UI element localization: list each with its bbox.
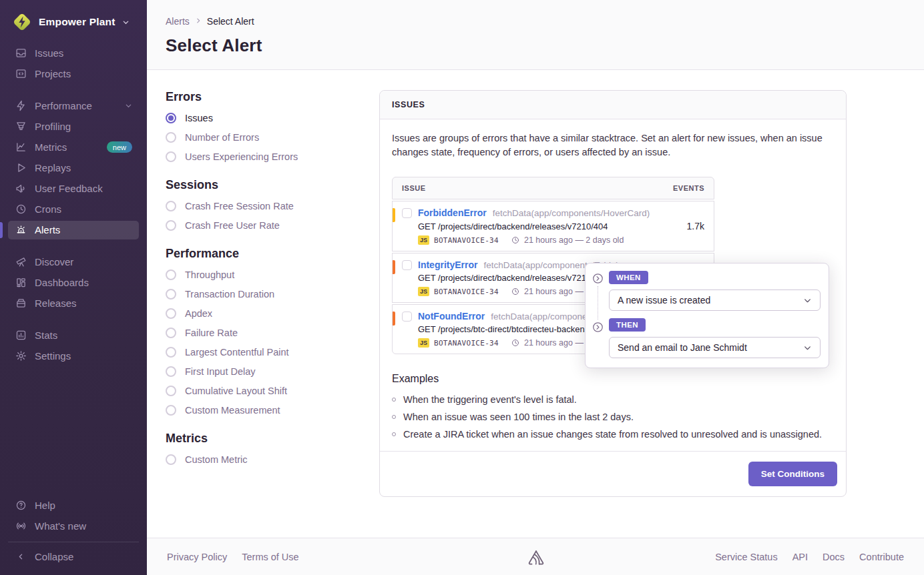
radio-label: Number of Errors [185,132,259,143]
when-select[interactable]: A new issue is created [609,290,821,311]
sidebar-item-user-feedback[interactable]: User Feedback [8,179,139,198]
radio-number-of-errors[interactable]: Number of Errors [166,132,379,143]
sidebar-item-label: What's new [35,520,86,532]
radio-custom-measurement[interactable]: Custom Measurement [166,405,379,416]
radio-apdex[interactable]: Apdex [166,308,379,319]
issue-project-id: BOTANAVOICE-34 [434,339,499,348]
help-icon [15,500,27,511]
sidebar-item-label: Crons [35,203,61,215]
dotted-connector [598,286,598,320]
clock-icon [511,236,519,244]
radio-label: Users Experiencing Errors [185,151,298,162]
sidebar-item-releases[interactable]: Releases [8,294,139,313]
sidebar-item-whats-new[interactable]: What's new [8,517,139,536]
radio-crash-free-user-rate[interactable]: Crash Free User Rate [166,220,379,231]
then-select-value: Send an email to Jane Schmidt [618,342,747,353]
sidebar-item-dashboards[interactable]: Dashboards [8,273,139,292]
siren-icon [15,224,27,235]
sidebar-bottom: Help What's new Collapse [0,495,147,567]
sidebar-item-profiling[interactable]: Profiling [8,117,139,136]
contribute-link[interactable]: Contribute [859,552,904,562]
privacy-policy-link[interactable]: Privacy Policy [167,552,227,562]
nav-group-explore: Discover Dashboards Releases [0,251,147,314]
issue-title-link[interactable]: ForbiddenError [418,207,487,218]
radio-label: Throughput [185,269,234,280]
chevron-down-icon [803,344,812,352]
issue-title-link[interactable]: NotFoundError [418,311,485,322]
severity-bar [392,260,395,274]
section-performance: Performance Throughput Transaction Durat… [166,247,379,416]
page-footer: Privacy Policy Terms of Use Service Stat… [147,538,924,575]
sidebar-item-crons[interactable]: Crons [8,200,139,219]
gear-icon [15,350,27,362]
severity-bar [392,208,395,222]
sidebar-item-alerts[interactable]: Alerts [8,221,139,239]
service-status-link[interactable]: Service Status [715,552,778,562]
example-item: When an issue was seen 100 times in the … [392,412,834,422]
section-heading: Sessions [166,178,379,192]
issue-row[interactable]: ForbiddenError fetchData(app/components/… [392,201,714,251]
metrics-icon [15,141,27,153]
sidebar-item-label: Settings [35,350,71,362]
condition-popup: WHEN A new issue is created THEN Send an… [585,263,829,368]
issue-title-link[interactable]: IntegrityError [418,259,477,270]
radio-icon [166,308,176,319]
sidebar-item-projects[interactable]: Projects [8,65,139,83]
radio-icon [166,113,176,123]
sidebar-item-issues[interactable]: Issues [8,44,139,63]
radio-users-experiencing-errors[interactable]: Users Experiencing Errors [166,151,379,162]
panel-header: ISSUES [380,91,846,119]
section-heading: Metrics [166,432,379,446]
main-area: Alerts Select Alert Select Alert Errors … [147,0,924,575]
radio-largest-contentful-paint[interactable]: Largest Contentful Paint [166,347,379,358]
terms-of-use-link[interactable]: Terms of Use [242,552,298,562]
radio-label: Crash Free User Rate [185,220,280,231]
radio-label: Apdex [185,308,212,319]
nav-group-insights: Performance Profiling Metrics new Replay… [0,95,147,240]
sidebar-item-metrics[interactable]: Metrics new [8,138,139,157]
issue-checkbox[interactable] [402,260,412,270]
bar-chart-icon [15,330,27,341]
sidebar-collapse-button[interactable]: Collapse [8,548,139,566]
docs-link[interactable]: Docs [823,552,845,562]
radio-cumulative-layout-shift[interactable]: Cumulative Layout Shift [166,386,379,396]
radio-crash-free-session-rate[interactable]: Crash Free Session Rate [166,201,379,211]
org-logo-icon [12,12,32,32]
api-link[interactable]: API [792,552,808,562]
radio-custom-metric[interactable]: Custom Metric [166,454,379,465]
example-text: When an issue was seen 100 times in the … [403,412,634,422]
sidebar-item-label: Dashboards [35,277,89,288]
clock-icon [15,203,27,215]
radio-label: Custom Metric [185,454,247,465]
sidebar-item-label: User Feedback [35,183,103,194]
clock-icon [511,339,519,347]
footer-right-links: Service Status API Docs Contribute [715,552,904,562]
issue-checkbox[interactable] [402,312,412,322]
radio-issues[interactable]: Issues [166,113,379,123]
sidebar-item-help[interactable]: Help [8,496,139,515]
panel-description: Issues are groups of errors that have a … [392,131,833,159]
radio-transaction-duration[interactable]: Transaction Duration [166,289,379,300]
sidebar-item-stats[interactable]: Stats [8,326,139,345]
breadcrumb-alerts-link[interactable]: Alerts [166,16,190,27]
radio-icon [166,347,176,358]
dashboards-icon [15,277,27,288]
radio-first-input-delay[interactable]: First Input Delay [166,366,379,377]
bullet-icon [392,432,396,436]
radio-label: Transaction Duration [185,289,274,300]
projects-icon [15,68,27,79]
issue-checkbox[interactable] [402,208,412,218]
platform-js-icon: JS [418,338,429,348]
radio-failure-rate[interactable]: Failure Rate [166,328,379,338]
org-switcher[interactable]: Empower Plant [0,9,147,43]
telescope-icon [15,256,27,267]
then-select[interactable]: Send an email to Jane Schmidt [609,337,821,358]
platform-js-icon: JS [418,235,429,245]
issue-events-count: 1.7k [682,221,704,231]
sidebar-item-replays[interactable]: Replays [8,159,139,177]
sidebar-item-performance[interactable]: Performance [8,97,139,115]
radio-throughput[interactable]: Throughput [166,269,379,280]
sidebar-item-settings[interactable]: Settings [8,347,139,366]
set-conditions-button[interactable]: Set Conditions [748,462,837,486]
sidebar-item-discover[interactable]: Discover [8,253,139,271]
